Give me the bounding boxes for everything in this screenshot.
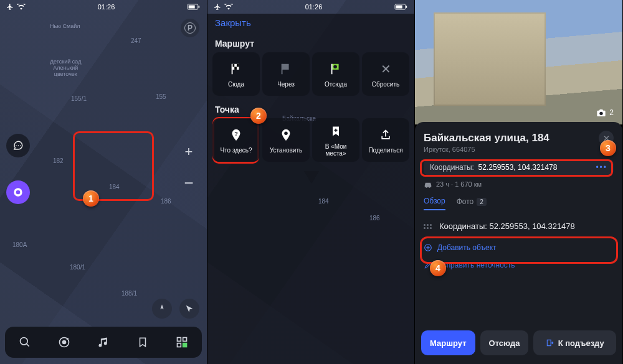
svg-text:?: ? <box>234 130 238 136</box>
svg-point-28 <box>333 65 337 68</box>
grid-icon <box>176 336 188 348</box>
nav-menu[interactable] <box>169 330 194 355</box>
coordinates-text: Координаты: 52.259553, 104.321478 <box>439 222 575 231</box>
svg-marker-8 <box>160 304 163 309</box>
tab-photo-label: Фото <box>457 197 474 206</box>
flag-finish-icon <box>228 61 244 77</box>
route-reset-button[interactable]: ✕ Сбросить <box>362 52 409 96</box>
map-poi-label: Детский сад Аленький цветочек <box>50 59 82 78</box>
car-icon <box>424 180 432 188</box>
svg-point-3 <box>16 145 17 146</box>
svg-point-7 <box>16 190 21 195</box>
layers-button[interactable]: P <box>181 19 199 37</box>
to-entrance-button[interactable]: К подъезду <box>533 330 616 355</box>
house-number-label: 184 <box>318 198 329 205</box>
zoom-out-button[interactable]: − <box>177 171 201 195</box>
travel-text: 23 ч · 1 670 км <box>436 180 482 188</box>
wifi-icon <box>17 4 26 10</box>
tutorial-callout: 4 <box>430 260 446 276</box>
whats-here-button[interactable]: ? Что здесь? <box>212 118 260 162</box>
action-label: Поделиться <box>368 147 402 154</box>
share-button[interactable]: Поделиться <box>362 118 409 162</box>
action-label: Сюда <box>228 81 244 88</box>
tutorial-callout: 3 <box>600 140 616 156</box>
svg-rect-1 <box>189 6 195 9</box>
bookmark-add-icon <box>328 123 344 139</box>
place-subtitle: Иркутск, 664075 <box>424 146 614 153</box>
to-entrance-label: К подъезду <box>558 338 604 348</box>
flag-start-icon <box>328 61 344 77</box>
coordinates-row[interactable]: Координаты: 52.259553, 104.321478 <box>424 222 614 231</box>
compass-button[interactable] <box>152 299 172 319</box>
assistant-button[interactable] <box>6 180 30 204</box>
add-to-favorites-button[interactable]: В «Мои места» <box>312 118 359 162</box>
house-number-label: 186 <box>161 198 171 205</box>
svg-point-34 <box>600 112 603 115</box>
screenshot-step-2: 01:26 Закрыть Маршрут Сюда Через Отсюда … <box>207 0 415 364</box>
route-from-button[interactable]: Отсюда <box>312 52 359 96</box>
tab-overview[interactable]: Обзор <box>424 197 445 210</box>
nav-bookmarks[interactable] <box>130 330 155 355</box>
close-icon: ✕ <box>378 61 394 77</box>
tutorial-highlight-box <box>420 236 618 264</box>
svg-point-9 <box>20 338 27 345</box>
close-button[interactable]: Закрыть <box>215 17 251 28</box>
place-photo[interactable]: 2 <box>415 0 622 124</box>
svg-rect-2 <box>199 6 200 7</box>
svg-rect-13 <box>178 338 181 342</box>
point-section-title: Точка <box>215 105 239 114</box>
locate-me-button[interactable] <box>179 299 199 319</box>
target-icon <box>58 336 70 348</box>
nav-music[interactable] <box>91 330 116 355</box>
chat-button[interactable] <box>6 134 30 157</box>
assistant-icon <box>13 187 23 197</box>
house-number-label: 180/1 <box>70 264 85 271</box>
tutorial-callout: 1 <box>83 190 99 207</box>
chat-icon <box>12 140 24 151</box>
photo-count: 2 <box>609 108 614 117</box>
battery-icon <box>394 4 408 10</box>
route-via-button[interactable]: Через <box>262 52 310 96</box>
share-icon <box>378 127 394 143</box>
action-label: Через <box>277 81 295 88</box>
action-label: Отсюда <box>325 81 347 88</box>
wifi-icon <box>224 4 233 10</box>
status-bar: 01:26 <box>0 0 207 14</box>
svg-rect-19 <box>406 6 407 7</box>
svg-rect-15 <box>178 343 181 347</box>
drag-handle-icon <box>424 224 432 229</box>
svg-point-12 <box>62 341 65 344</box>
photo-count-badge[interactable]: 2 <box>596 108 614 117</box>
house-number-label: 247 <box>131 37 141 44</box>
house-number-label: 188/1 <box>121 290 137 297</box>
set-point-button[interactable]: Установить <box>262 118 310 162</box>
svg-point-31 <box>284 131 288 135</box>
tutorial-highlight-box <box>420 159 613 177</box>
status-bar: 01:26 <box>207 0 414 14</box>
house-number-label: 186 <box>369 215 380 222</box>
arrow-cursor-icon <box>185 304 194 313</box>
svg-point-5 <box>20 145 21 146</box>
svg-line-10 <box>26 344 29 347</box>
route-button[interactable]: Маршрут <box>421 330 475 355</box>
route-to-button[interactable]: Сюда <box>212 52 260 96</box>
status-time: 01:26 <box>305 3 323 11</box>
airplane-mode-icon <box>214 3 221 11</box>
tab-photo[interactable]: Фото 2 <box>457 197 487 210</box>
travel-estimate: 23 ч · 1 670 км <box>424 180 614 188</box>
action-label: В «Мои места» <box>325 143 347 157</box>
nav-overview[interactable] <box>52 330 77 355</box>
pin-question-icon: ? <box>228 127 244 143</box>
compass-icon <box>157 304 167 314</box>
bottom-nav <box>5 327 202 358</box>
nav-search[interactable] <box>12 330 37 355</box>
pin-set-icon <box>278 127 294 143</box>
svg-rect-14 <box>183 338 187 342</box>
zoom-in-button[interactable]: + <box>177 140 201 164</box>
from-here-button[interactable]: Отсюда <box>480 330 529 355</box>
flag-via-icon <box>278 61 294 77</box>
house-number-label: 155 <box>156 93 166 100</box>
screenshot-step-3: 2 ✕ Байкальская улица, 184 Иркутск, 6640… <box>415 0 622 364</box>
airplane-mode-icon <box>6 3 14 11</box>
battery-icon <box>187 4 201 10</box>
